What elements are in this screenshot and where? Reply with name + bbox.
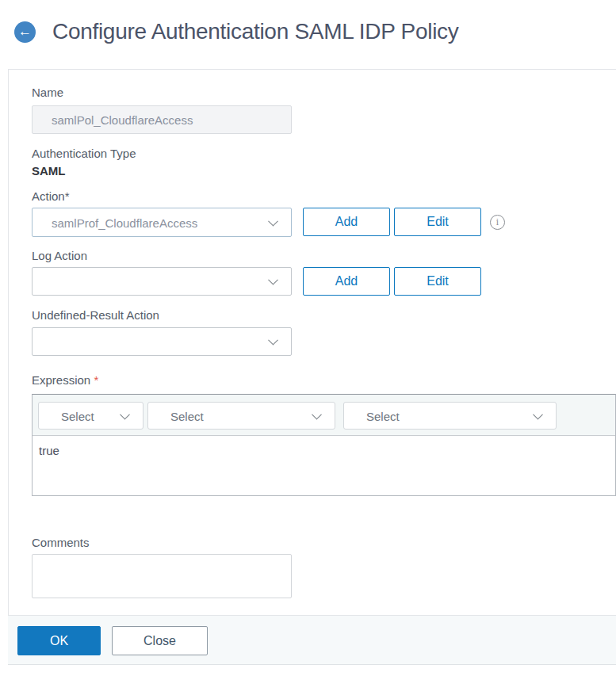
expression-label: Expression *: [32, 373, 98, 387]
log-action-add-button[interactable]: Add: [303, 267, 390, 296]
action-select[interactable]: samlProf_CloudflareAccess: [32, 208, 292, 237]
expression-builder-toolbar: Select Select Select: [33, 395, 615, 436]
undefined-result-action-select[interactable]: [32, 327, 292, 356]
expression-select-3[interactable]: Select: [343, 402, 557, 430]
action-select-value: samlProf_CloudflareAccess: [52, 216, 197, 229]
info-icon-glyph: i: [496, 216, 499, 228]
chevron-down-icon: [268, 216, 278, 226]
action-edit-button[interactable]: Edit: [394, 208, 481, 236]
action-label: Action*: [32, 189, 70, 203]
expression-builder: Select Select Select true: [32, 394, 616, 496]
expression-select-1[interactable]: Select: [38, 402, 143, 430]
chevron-down-icon: [268, 275, 278, 285]
page-title: Configure Authentication SAML IDP Policy: [52, 19, 459, 44]
required-asterisk: *: [94, 373, 98, 387]
expression-select-3-value: Select: [366, 409, 400, 422]
action-add-button[interactable]: Add: [303, 208, 390, 236]
expression-label-text: Expression: [32, 373, 90, 387]
name-input[interactable]: [32, 105, 292, 134]
name-label: Name: [32, 86, 63, 99]
expression-select-1-value: Select: [61, 409, 94, 422]
chevron-down-icon: [120, 409, 130, 419]
expression-select-2[interactable]: Select: [147, 402, 335, 430]
authentication-type-label: Authentication Type: [32, 147, 136, 160]
log-action-select[interactable]: [32, 267, 292, 296]
log-action-label: Log Action: [32, 249, 87, 262]
authentication-type-value: SAML: [32, 164, 66, 178]
page-header: ← Configure Authentication SAML IDP Poli…: [14, 19, 459, 44]
form-panel: Name Authentication Type SAML Action* sa…: [8, 69, 616, 665]
chevron-down-icon: [533, 409, 543, 419]
info-icon[interactable]: i: [490, 215, 505, 230]
log-action-edit-button[interactable]: Edit: [394, 267, 481, 296]
ok-button[interactable]: OK: [17, 626, 101, 655]
close-button[interactable]: Close: [112, 626, 208, 655]
expression-select-2-value: Select: [170, 409, 204, 422]
back-button[interactable]: ←: [14, 21, 36, 43]
chevron-down-icon: [268, 335, 278, 346]
comments-textarea[interactable]: [32, 554, 292, 598]
configure-saml-idp-policy-page: ← Configure Authentication SAML IDP Poli…: [0, 0, 616, 695]
undefined-result-action-label: Undefined-Result Action: [32, 308, 159, 322]
arrow-left-icon: ←: [18, 25, 32, 38]
footer-bar: OK Close: [8, 615, 616, 665]
chevron-down-icon: [312, 409, 322, 419]
comments-label: Comments: [32, 536, 90, 549]
expression-editor[interactable]: true: [33, 436, 615, 495]
